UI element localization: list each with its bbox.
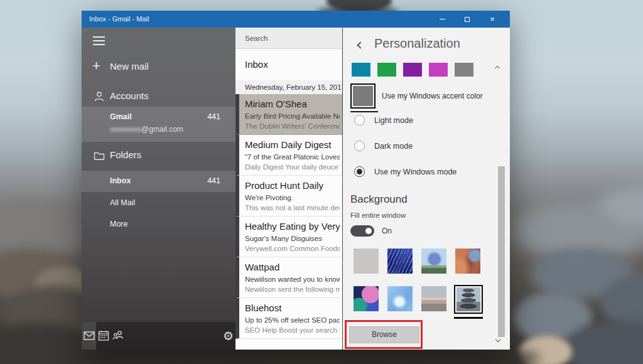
account-unread-count: 441	[207, 112, 220, 121]
all-mail-label: All Mail	[110, 198, 135, 207]
window-controls: ×	[430, 11, 505, 28]
person-icon	[93, 90, 105, 103]
email-list-item[interactable]: Healthy Eating by Veryw Sugar's Many Dis…	[235, 217, 342, 257]
radio-dark-mode-label: Dark mode	[374, 142, 413, 151]
new-mail-label: New mail	[110, 61, 149, 72]
inbox-unread-count: 441	[207, 176, 220, 185]
accent-color-preview	[353, 86, 373, 106]
radio-light-mode-label: Light mode	[374, 116, 413, 125]
folders-header[interactable]: Folders	[82, 147, 235, 164]
maximize-button[interactable]	[455, 11, 480, 28]
fill-entire-window-label: Fill entire window	[350, 211, 406, 219]
email-subject: Early Bird Pricing Available Now	[245, 111, 340, 121]
background-heading: Background	[350, 193, 408, 206]
mail-icon	[82, 329, 96, 343]
email-list-pane: Search Inbox Wednesday, February 15, 201…	[235, 28, 342, 350]
email-preview: The Dublin Writers' Conference	[245, 122, 340, 131]
minimize-icon	[440, 19, 445, 19]
email-preview: This was not a last minute decisi	[245, 203, 340, 213]
maximize-icon	[465, 17, 470, 22]
personalization-panel: Personalization Use my Windows accent co…	[342, 28, 510, 350]
titlebar[interactable]: Inbox - Gmail - Mail ×	[82, 11, 510, 28]
account-name: Gmail	[110, 112, 132, 121]
accent-checkbox-label: Use my Windows accent color	[382, 92, 483, 100]
accent-color-checkbox[interactable]	[350, 83, 376, 109]
mail-nav-button[interactable]	[82, 322, 96, 350]
email-preview: Newiilson sent the following me	[245, 285, 340, 294]
date-group-header: Wednesday, February 15, 2017	[235, 80, 342, 94]
search-input[interactable]: Search	[235, 28, 342, 49]
search-placeholder: Search	[245, 35, 267, 42]
background-thumbnail-beach[interactable]	[421, 286, 446, 311]
annotation-highlight-rectangle	[345, 320, 423, 349]
email-list-item[interactable]: Miriam O'Shea Early Bird Pricing Availab…	[235, 94, 342, 135]
email-list-item[interactable]: Wattpad Newiilson wanted you to know New…	[235, 257, 342, 298]
email-list-item[interactable]: Bluehost Up to 25% off select SEO packag…	[235, 298, 342, 339]
background-thumbnail-canyon[interactable]	[455, 249, 480, 274]
inbox-label: Inbox	[110, 176, 131, 185]
accent-swatch-teal[interactable]	[352, 63, 370, 77]
collapse-chevron-icon[interactable]	[495, 66, 500, 71]
gear-icon: ⚙	[223, 329, 234, 343]
sidebar-item-more[interactable]: More	[82, 215, 235, 235]
email-subject: Up to 25% off select SEO packag	[245, 315, 340, 325]
folder-icon	[93, 149, 105, 162]
accounts-header[interactable]: Accounts	[82, 88, 235, 105]
background-thumbnail-circles[interactable]	[354, 286, 379, 311]
close-icon: ×	[490, 15, 495, 23]
email-subject: We're Pivoting.	[245, 193, 340, 203]
settings-nav-button[interactable]: ⚙	[221, 322, 235, 350]
window-title: Inbox - Gmail - Mail	[89, 15, 149, 23]
radio-light-mode[interactable]	[354, 115, 365, 126]
radio-dark-mode[interactable]	[354, 141, 365, 151]
close-button[interactable]: ×	[480, 11, 505, 28]
accent-swatch-purple[interactable]	[403, 63, 422, 77]
account-email-domain: @gmail.com	[141, 125, 183, 134]
background-thumbnail-geometric[interactable]	[387, 286, 413, 311]
sidebar-item-inbox[interactable]: Inbox 441	[82, 171, 235, 192]
email-sender: Miriam O'Shea	[245, 98, 340, 110]
email-subject: “7 of the Great Platonic Loves in	[245, 152, 340, 162]
email-sender: Wattpad	[245, 261, 340, 273]
back-chevron-icon[interactable]	[357, 41, 364, 48]
calendar-icon	[97, 329, 111, 343]
sidebar-bottom-bar: ⚙	[82, 322, 235, 350]
background-thumbnail-blue-streaks[interactable]	[387, 249, 413, 274]
accent-swatch-magenta[interactable]	[429, 63, 448, 77]
sidebar-account-gmail[interactable]: Gmail 441 ●●●●●●●●@gmail.com	[82, 107, 235, 142]
account-email-masked: ●●●●●●●●	[110, 125, 141, 134]
email-sender: Product Hunt Daily	[245, 179, 340, 191]
hamburger-icon	[93, 36, 105, 38]
background-thumbnail-solid-gray[interactable]	[354, 249, 379, 274]
email-preview: Daily Digest Your daily deuce7 o	[245, 163, 340, 172]
account-email: ●●●●●●●●@gmail.com	[110, 125, 183, 134]
background-thumbnail-sky-tree[interactable]	[421, 249, 446, 274]
folders-label: Folders	[110, 149, 141, 160]
selected-thumbnail-underline	[454, 317, 483, 319]
toggle-state-label: On	[382, 227, 392, 235]
toggle-knob	[365, 228, 372, 234]
scroll-down-chevron-icon[interactable]	[495, 337, 500, 342]
background-thumbnail-pebbles-selected[interactable]	[454, 285, 483, 314]
hamburger-menu-button[interactable]	[93, 36, 105, 48]
radio-windows-mode[interactable]	[354, 166, 365, 177]
new-mail-button[interactable]: + New mail	[82, 58, 235, 77]
fill-window-toggle[interactable]	[350, 225, 374, 237]
plus-icon: +	[92, 58, 100, 74]
scrollbar-thumb[interactable]	[498, 166, 505, 337]
radio-windows-mode-label: Use my Windows mode	[374, 168, 457, 176]
calendar-nav-button[interactable]	[96, 322, 111, 350]
people-nav-button[interactable]	[111, 322, 125, 350]
desktop: Inbox - Gmail - Mail × + New mail A	[0, 0, 643, 364]
accent-swatch-gray[interactable]	[455, 63, 473, 77]
minimize-button[interactable]	[430, 11, 455, 28]
sidebar-item-all-mail[interactable]: All Mail	[82, 193, 235, 213]
email-sender: Healthy Eating by Veryw	[245, 220, 340, 232]
email-list-item[interactable]: Medium Daily Digest “7 of the Great Plat…	[235, 135, 342, 176]
email-list-item[interactable]: Product Hunt Daily We're Pivoting. This …	[235, 176, 342, 217]
email-sender: Medium Daily Digest	[245, 139, 340, 151]
accent-checkbox-underline	[350, 111, 378, 112]
email-sender: Bluehost	[245, 302, 340, 314]
email-subject: Newiilson wanted you to know	[245, 274, 340, 284]
accent-swatch-green[interactable]	[377, 63, 396, 77]
